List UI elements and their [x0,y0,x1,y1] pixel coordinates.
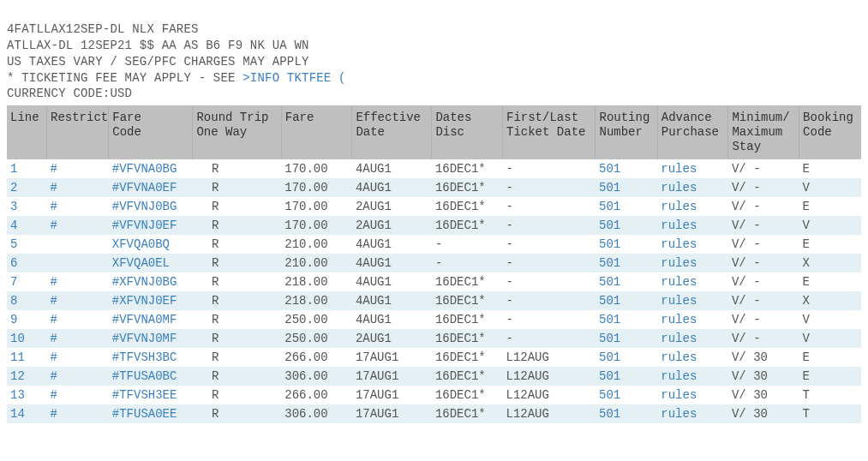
line-number[interactable]: 2 [7,178,46,197]
advance-rules-link[interactable]: rules [657,329,728,348]
restrict-flag[interactable]: # [46,348,108,367]
col-fare-header[interactable]: Fare [281,105,352,159]
table-row[interactable]: 12##TFUSA0BCR306.0017AUG116DEC1*L12AUG50… [7,367,861,386]
routing-number-link[interactable]: 501 [596,310,657,329]
routing-number-link[interactable]: 501 [596,197,657,216]
line-number[interactable]: 5 [7,235,46,254]
fare-code-link[interactable]: #TFUSA0BC [109,367,193,386]
info-tktfee-link[interactable]: >INFO TKTFEE ( [242,71,345,85]
restrict-flag[interactable]: # [46,329,108,348]
table-row[interactable]: 4##VFVNJ0EFR170.002AUG116DEC1*-501rulesV… [7,216,861,235]
line-number[interactable]: 9 [7,310,46,329]
advance-rules-link[interactable]: rules [657,348,728,367]
fare-code-link[interactable]: #VFVNA0EF [109,178,193,197]
restrict-flag[interactable]: # [46,272,108,291]
line-number[interactable]: 3 [7,197,46,216]
restrict-flag[interactable]: # [46,291,108,310]
table-row[interactable]: 3##VFVNJ0BGR170.002AUG116DEC1*-501rulesV… [7,197,861,216]
fare-code-link[interactable]: #XFVNJ0BG [109,272,193,291]
fare-code-link[interactable]: #VFVNA0BG [109,159,193,178]
routing-number-link[interactable]: 501 [596,254,657,272]
table-row[interactable]: 11##TFVSH3BCR266.0017AUG116DEC1*L12AUG50… [7,348,861,367]
line-number[interactable]: 6 [7,254,46,272]
restrict-flag[interactable] [46,254,108,272]
fare-code-link[interactable]: #XFVNJ0EF [109,291,193,310]
restrict-flag[interactable]: # [46,404,108,423]
col-effdate-header[interactable]: EffectiveDate [352,105,432,159]
table-row[interactable]: 5XFVQA0BQR210.004AUG1--501rulesV/ -E [7,235,861,254]
table-row[interactable]: 2##VFVNA0EFR170.004AUG116DEC1*-501rulesV… [7,178,861,197]
routing-number-link[interactable]: 501 [596,159,657,178]
col-firstlast-header[interactable]: First/LastTicket Date [503,105,596,159]
fare-code-link[interactable]: #VFVNJ0BG [109,197,193,216]
advance-rules-link[interactable]: rules [657,310,728,329]
advance-rules-link[interactable]: rules [657,291,728,310]
col-advance-header[interactable]: AdvancePurchase [657,105,728,159]
min-max-stay: V/ - [728,254,799,272]
restrict-flag[interactable]: # [46,159,108,178]
table-row[interactable]: 13##TFVSH3EER266.0017AUG116DEC1*L12AUG50… [7,386,861,404]
col-routing-header[interactable]: RoutingNumber [596,105,657,159]
line-number[interactable]: 7 [7,272,46,291]
routing-number-link[interactable]: 501 [596,329,657,348]
advance-rules-link[interactable]: rules [657,272,728,291]
routing-number-link[interactable]: 501 [596,367,657,386]
col-minmax-header[interactable]: Minimum/MaximumStay [728,105,799,159]
table-row[interactable]: 9##VFVNA0MFR250.004AUG116DEC1*-501rulesV… [7,310,861,329]
restrict-flag[interactable]: # [46,367,108,386]
table-row[interactable]: 8##XFVNJ0EFR218.004AUG116DEC1*-501rulesV… [7,291,861,310]
routing-number-link[interactable]: 501 [596,404,657,423]
advance-rules-link[interactable]: rules [657,216,728,235]
routing-number-link[interactable]: 501 [596,235,657,254]
line-number[interactable]: 4 [7,216,46,235]
line-number[interactable]: 1 [7,159,46,178]
advance-rules-link[interactable]: rules [657,386,728,404]
routing-number-link[interactable]: 501 [596,216,657,235]
fare-code-link[interactable]: #TFVSH3BC [109,348,193,367]
col-line-header[interactable]: Line [7,105,46,159]
routing-number-link[interactable]: 501 [596,178,657,197]
fare-amount: 170.00 [281,159,352,178]
line-number[interactable]: 14 [7,404,46,423]
advance-rules-link[interactable]: rules [657,197,728,216]
fare-code-link[interactable]: XFVQA0BQ [109,235,193,254]
routing-number-link[interactable]: 501 [596,386,657,404]
line-number[interactable]: 12 [7,367,46,386]
col-rtow-header[interactable]: Round TripOne Way [193,105,281,159]
advance-rules-link[interactable]: rules [657,235,728,254]
restrict-flag[interactable]: # [46,197,108,216]
col-restrict-header[interactable]: Restrict [46,105,108,159]
restrict-flag[interactable]: # [46,310,108,329]
advance-rules-link[interactable]: rules [657,404,728,423]
routing-number-link[interactable]: 501 [596,291,657,310]
fare-code-link[interactable]: #VFVNJ0EF [109,216,193,235]
restrict-flag[interactable]: # [46,216,108,235]
advance-rules-link[interactable]: rules [657,178,728,197]
table-row[interactable]: 7##XFVNJ0BGR218.004AUG116DEC1*-501rulesV… [7,272,861,291]
routing-number-link[interactable]: 501 [596,272,657,291]
routing-number-link[interactable]: 501 [596,348,657,367]
advance-rules-link[interactable]: rules [657,367,728,386]
col-farecode-header[interactable]: FareCode [109,105,193,159]
table-row[interactable]: 14##TFUSA0EER306.0017AUG116DEC1*L12AUG50… [7,404,861,423]
line-number[interactable]: 8 [7,291,46,310]
line-number[interactable]: 11 [7,348,46,367]
table-row[interactable]: 6XFVQA0ELR210.004AUG1--501rulesV/ -X [7,254,861,272]
restrict-flag[interactable] [46,235,108,254]
table-row[interactable]: 10##VFVNJ0MFR250.002AUG116DEC1*-501rules… [7,329,861,348]
fare-code-link[interactable]: XFVQA0EL [109,254,193,272]
table-row[interactable]: 1##VFVNA0BGR170.004AUG116DEC1*-501rulesV… [7,159,861,178]
fare-code-link[interactable]: #TFUSA0EE [109,404,193,423]
fare-code-link[interactable]: #VFVNJ0MF [109,329,193,348]
line-number[interactable]: 13 [7,386,46,404]
fare-code-link[interactable]: #VFVNA0MF [109,310,193,329]
restrict-flag[interactable]: # [46,386,108,404]
advance-rules-link[interactable]: rules [657,254,728,272]
advance-rules-link[interactable]: rules [657,159,728,178]
line-number[interactable]: 10 [7,329,46,348]
fare-code-link[interactable]: #TFVSH3EE [109,386,193,404]
col-booking-header[interactable]: BookingCode [799,105,861,159]
col-disc-header[interactable]: DatesDisc [432,105,503,159]
effective-date: 4AUG1 [352,272,432,291]
restrict-flag[interactable]: # [46,178,108,197]
